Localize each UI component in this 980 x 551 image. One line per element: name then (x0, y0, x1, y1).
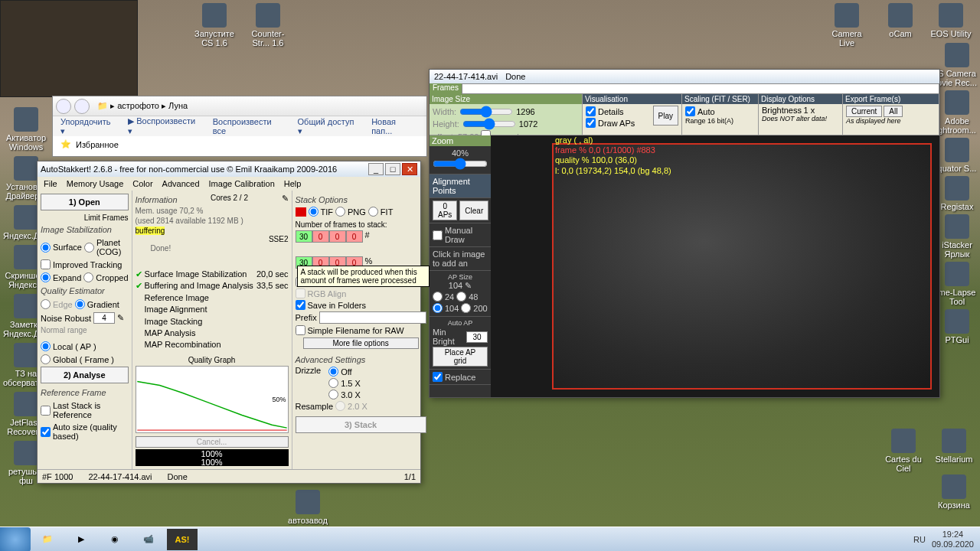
menu-memory[interactable]: Memory Usage (67, 179, 124, 188)
desktop-icon[interactable]: Cartes du Ciel (880, 429, 926, 473)
local-radio[interactable] (41, 341, 51, 351)
desktop-icon[interactable]: Корзина (931, 474, 977, 510)
manual-draw-checkbox[interactable] (433, 230, 443, 240)
width-slider[interactable] (459, 106, 513, 118)
auto-scaling-checkbox[interactable] (685, 106, 695, 116)
improved-tracking-checkbox[interactable] (41, 259, 51, 269)
details-checkbox[interactable] (586, 106, 596, 116)
desktop-icon[interactable]: Активатор Windows (3, 107, 49, 152)
fit-radio[interactable] (368, 207, 378, 217)
tif-radio[interactable] (309, 207, 318, 217)
min-bright-input[interactable] (466, 331, 488, 343)
more-file-options-button[interactable]: More file options (303, 337, 419, 349)
open-button[interactable]: 1) Open (41, 194, 129, 210)
taskbar-zoom-icon[interactable]: 📹 (133, 529, 164, 550)
desktop-icon[interactable]: EOS Utility (928, 3, 974, 38)
noise-robust-input[interactable] (93, 312, 115, 324)
height-slider[interactable] (462, 118, 516, 130)
replace-checkbox[interactable] (433, 372, 443, 382)
close-button[interactable]: ✕ (402, 163, 417, 175)
start-button[interactable] (0, 527, 31, 552)
menu-color[interactable]: Color (132, 179, 152, 188)
tray-lang[interactable]: RU (913, 535, 926, 544)
ap48-radio[interactable] (456, 292, 466, 302)
desktop-icon[interactable]: quator S... (934, 138, 980, 173)
favorites-label[interactable]: Избранное (76, 140, 119, 149)
nav-fwd-button[interactable] (74, 99, 90, 114)
desktop-icon[interactable]: Запустите CS 1.6 (191, 3, 237, 47)
toolbar-item[interactable]: Новая пап... (371, 117, 419, 135)
desktop-icon[interactable]: Counter-Str... 1.6 (245, 3, 291, 47)
export-current-button[interactable]: Current (846, 106, 882, 117)
limit-frames-link[interactable]: Limit Frames (41, 214, 129, 222)
prefix-input[interactable] (319, 311, 426, 324)
analyse-button[interactable]: 2) Analyse (41, 367, 129, 383)
ap24-radio[interactable] (433, 292, 443, 302)
png-radio[interactable] (335, 207, 345, 217)
auto-size-checkbox[interactable] (41, 427, 51, 437)
breadcrumb[interactable]: 📁 ▸ астрофото ▸ Луна (93, 99, 423, 112)
desktop-icon[interactable]: PTGui (934, 309, 980, 344)
desktop-icon[interactable]: S Camera ovie Rec... (934, 43, 980, 87)
preview-image[interactable]: gray ( , al) frame % 0,0 (1/1000) #883 q… (491, 135, 939, 397)
menu-image-cal[interactable]: Image Calibration (209, 179, 275, 188)
aps-button[interactable]: 0 APs (433, 201, 457, 220)
ap200-radio[interactable] (461, 303, 471, 313)
surface-radio[interactable] (41, 243, 51, 253)
toolbar-item[interactable]: ▶ Воспроизвести ▾ (128, 116, 202, 136)
toolbar-item[interactable]: Общий доступ ▾ (298, 117, 361, 136)
menu-advanced[interactable]: Advanced (162, 179, 200, 188)
desktop-icon[interactable]: Camera Live (824, 3, 870, 47)
clear-aps-button[interactable]: Clear (459, 201, 488, 220)
stack-count-input[interactable] (346, 230, 363, 243)
desktop-icon[interactable]: me-Lapse Tool (934, 262, 980, 306)
gradient-radio[interactable] (75, 299, 85, 309)
frames-slider[interactable] (462, 83, 939, 94)
taskbar-media-icon[interactable]: ▶ (66, 529, 96, 550)
cancel-button[interactable]: Cancel... (136, 436, 289, 448)
toolbar-item[interactable]: Упорядочить ▾ (60, 117, 117, 136)
desktop-icon[interactable]: Stellarium (931, 429, 977, 464)
stack-count-input[interactable] (296, 230, 312, 243)
nav-back-button[interactable] (56, 99, 71, 114)
desktop-icon[interactable]: oCam (877, 3, 923, 38)
zoom-slider[interactable] (433, 158, 488, 170)
drizzle-15-radio[interactable] (328, 378, 338, 388)
place-ap-grid-button[interactable]: Place AP grid (433, 347, 488, 367)
taskbar-explorer-icon[interactable]: 📁 (32, 529, 63, 550)
edge-radio[interactable] (41, 299, 51, 309)
taskbar-autostakkert-icon[interactable]: AS! (167, 529, 198, 550)
toolbar-item[interactable]: Воспроизвести все (213, 117, 287, 135)
stack-count-input[interactable] (329, 230, 346, 243)
stack-count-input[interactable] (312, 230, 329, 243)
drizzle-30-radio[interactable] (328, 390, 338, 399)
last-stack-checkbox[interactable] (41, 406, 51, 416)
tray-time[interactable]: 19:24 (932, 530, 974, 539)
drizzle-off-radio[interactable] (328, 367, 338, 377)
desktop-icon[interactable]: автозавод (285, 490, 331, 525)
play-button[interactable]: Play (653, 106, 678, 126)
tool-icon[interactable]: ✎ (465, 281, 472, 290)
taskbar-chrome-icon[interactable]: ◉ (100, 529, 130, 550)
stack-button[interactable]: 3) Stack (296, 416, 426, 433)
planet-radio[interactable] (84, 243, 94, 253)
expand-radio[interactable] (41, 272, 51, 282)
desktop-icon[interactable]: Adobe ghtroom... (934, 90, 980, 135)
menu-help[interactable]: Help (284, 179, 302, 188)
ap104-radio[interactable] (433, 303, 443, 313)
menu-file[interactable]: File (44, 179, 57, 188)
minimize-button[interactable]: _ (368, 163, 384, 175)
desktop-icon[interactable]: iStacker Ярлык (934, 214, 980, 259)
quality-graph: 50% (136, 366, 289, 433)
tool-icon[interactable]: ✎ (117, 313, 124, 323)
desktop-icon[interactable]: Registax (934, 176, 980, 211)
tool-icon[interactable]: ✎ (282, 194, 289, 206)
color-swatch[interactable] (296, 207, 306, 217)
simple-raw-checkbox[interactable] (296, 325, 305, 335)
save-folders-checkbox[interactable] (296, 300, 305, 310)
global-radio[interactable] (41, 354, 51, 364)
export-all-button[interactable]: All (884, 106, 903, 117)
maximize-button[interactable]: □ (385, 163, 400, 175)
drawaps-checkbox[interactable] (586, 118, 596, 128)
cropped-radio[interactable] (83, 272, 93, 282)
